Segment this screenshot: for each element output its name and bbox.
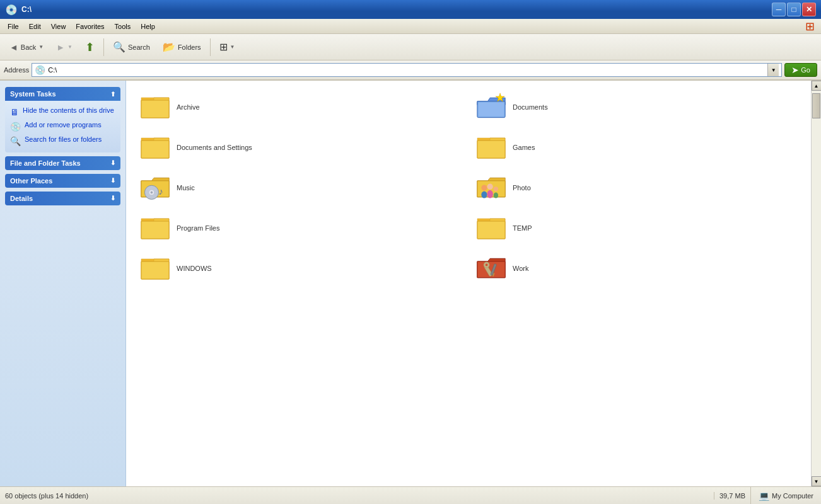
folder-icon-documents-settings <box>140 132 170 163</box>
views-button[interactable]: ⊞ ▼ <box>214 38 241 56</box>
file-item-photo[interactable]: Photo <box>469 168 805 208</box>
search-files-link[interactable]: 🔍 Search for files or folders <box>10 134 115 148</box>
scroll-up-arrow[interactable]: ▲ <box>812 81 822 91</box>
title-bar: 💿 C:\ ─ □ ✕ <box>0 0 821 19</box>
forward-arrow-icon: ► <box>56 42 65 52</box>
folder-icon-games <box>476 132 506 163</box>
folders-button[interactable]: 📂 Folders <box>157 38 207 56</box>
system-tasks-body: 🖥 Hide the contents of this drive 💿 Add … <box>5 101 120 152</box>
up-icon: ⬆ <box>85 40 95 54</box>
status-size: 39,7 MB <box>714 492 750 500</box>
menu-bar: File Edit View Favorites Tools Help ⊞ <box>0 19 821 34</box>
svg-rect-32 <box>477 221 505 239</box>
search-icon: 🔍 <box>113 41 125 53</box>
svg-rect-2 <box>141 100 169 118</box>
right-content[interactable]: Archive ★ Documents <box>126 81 811 486</box>
minimize-button[interactable]: ─ <box>772 3 786 16</box>
folder-icon-archive <box>140 92 170 122</box>
file-name-photo: Photo <box>513 184 531 192</box>
scroll-down-arrow[interactable]: ▼ <box>812 476 822 486</box>
svg-marker-1 <box>141 98 154 100</box>
menu-tools[interactable]: Tools <box>110 21 136 32</box>
svg-point-25 <box>494 186 498 191</box>
svg-marker-11 <box>477 138 490 140</box>
svg-rect-5 <box>479 103 504 117</box>
back-arrow-icon: ◄ <box>9 42 18 52</box>
svg-text:♪: ♪ <box>159 186 163 197</box>
file-folder-tasks-chevron: ⬇ <box>110 159 115 166</box>
svg-marker-31 <box>477 219 490 221</box>
up-button[interactable]: ⬆ <box>79 37 100 57</box>
files-grid: Archive ★ Documents <box>126 81 811 295</box>
address-label: Address <box>4 66 29 74</box>
menu-view[interactable]: View <box>46 21 71 32</box>
scrollbar-right: ▲ ▼ <box>811 81 821 486</box>
title-bar-controls: ─ □ ✕ <box>772 3 816 16</box>
menu-favorites[interactable]: Favorites <box>71 21 109 32</box>
file-item-work[interactable]: Work <box>469 248 805 289</box>
address-dropdown-button[interactable]: ▼ <box>767 64 779 76</box>
file-item-windows[interactable]: WINDOWS <box>132 248 469 289</box>
folder-icon-program-files <box>140 213 170 243</box>
svg-point-26 <box>494 192 498 198</box>
folders-label: Folders <box>178 43 201 51</box>
toolbar: ◄ Back ▼ ► ▼ ⬆ 🔍 Search 📂 Folders ⊞ ▼ <box>0 34 821 60</box>
system-tasks-header[interactable]: System Tasks ⬆ <box>5 87 120 101</box>
file-item-documents-and-settings[interactable]: Documents and Settings <box>132 127 469 168</box>
address-input[interactable] <box>48 66 765 74</box>
file-name-temp: TEMP <box>513 224 532 232</box>
menu-help[interactable]: Help <box>136 21 160 32</box>
go-label: Go <box>801 66 810 74</box>
status-bar: 60 objects (plus 14 hidden) 39,7 MB 💻 My… <box>0 486 821 504</box>
svg-point-22 <box>481 192 487 198</box>
folder-icon-windows <box>140 253 170 284</box>
hide-drive-label: Hide the contents of this drive <box>23 106 114 115</box>
file-item-program-files[interactable]: Program Files <box>132 208 469 248</box>
file-name-windows: WINDOWS <box>177 265 212 272</box>
file-item-games[interactable]: Games <box>469 127 805 168</box>
add-remove-programs-link[interactable]: 💿 Add or remove programs <box>10 119 115 134</box>
file-item-documents[interactable]: ★ Documents <box>469 87 805 127</box>
svg-rect-29 <box>141 221 169 239</box>
back-label: Back <box>21 43 36 51</box>
file-folder-tasks-title: File and Folder Tasks <box>10 159 81 167</box>
forward-button[interactable]: ► ▼ <box>50 39 78 55</box>
add-remove-label: Add or remove programs <box>25 120 102 129</box>
search-button[interactable]: 🔍 Search <box>107 38 156 56</box>
file-item-music[interactable]: ♪ Music <box>132 168 469 208</box>
file-folder-tasks-header[interactable]: File and Folder Tasks ⬇ <box>5 156 120 170</box>
svg-text:★: ★ <box>495 92 505 104</box>
windows-logo: ⊞ <box>805 20 818 33</box>
menu-edit[interactable]: Edit <box>24 21 46 32</box>
svg-point-24 <box>487 190 493 198</box>
back-button[interactable]: ◄ Back ▼ <box>4 39 49 55</box>
svg-point-21 <box>481 185 487 190</box>
go-arrow-icon: ➤ <box>791 65 799 75</box>
other-places-title: Other Places <box>10 177 52 185</box>
file-item-archive[interactable]: Archive <box>132 87 469 127</box>
svg-rect-9 <box>141 140 169 158</box>
file-item-temp[interactable]: TEMP <box>469 208 805 248</box>
svg-point-23 <box>487 184 493 190</box>
hide-drive-link[interactable]: 🖥 Hide the contents of this drive <box>10 105 115 119</box>
file-name-documents: Documents <box>513 103 548 111</box>
toolbar-separator-2 <box>210 38 211 56</box>
scroll-thumb[interactable] <box>812 93 820 118</box>
address-input-wrapper: 💿 ▼ <box>32 63 782 77</box>
file-name-work: Work <box>513 265 528 272</box>
other-places-header[interactable]: Other Places ⬇ <box>5 174 120 188</box>
computer-icon: 💻 <box>759 491 769 501</box>
go-button[interactable]: ➤ Go <box>784 63 817 77</box>
file-name-music: Music <box>177 184 195 192</box>
close-button[interactable]: ✕ <box>802 3 816 16</box>
maximize-button[interactable]: □ <box>787 3 801 16</box>
svg-marker-28 <box>141 219 154 221</box>
svg-point-17 <box>151 192 153 194</box>
svg-rect-35 <box>141 261 169 279</box>
status-objects: 60 objects (plus 14 hidden) <box>0 492 714 500</box>
folder-icon-temp <box>476 213 506 243</box>
menu-file[interactable]: File <box>3 21 24 32</box>
main-area: System Tasks ⬆ 🖥 Hide the contents of th… <box>0 81 821 486</box>
details-header[interactable]: Details ⬇ <box>5 192 120 205</box>
system-tasks-section: System Tasks ⬆ 🖥 Hide the contents of th… <box>5 87 120 152</box>
